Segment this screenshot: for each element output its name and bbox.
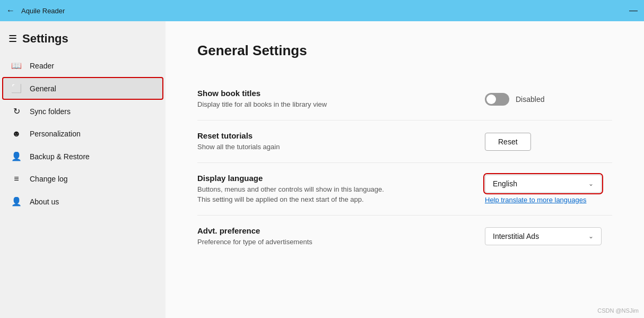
dropdown-control: Interstitial Ads ⌄ [485,227,612,245]
button-control: Reset [485,133,612,151]
language-dropdown-value: English [493,179,517,188]
language-dropdown[interactable]: English ⌄ [485,175,602,193]
toggle-control: Disabled [485,93,612,106]
sidebar-item-label: Backup & Restore [30,152,90,161]
personalization-icon: ☻ [11,129,22,139]
settings-row-advt-preference: Advt. preference Preference for type of … [197,216,612,257]
reset-tutorials-button[interactable]: Reset [485,133,531,151]
settings-left: Reset tutorials Show all the tutorials a… [197,131,474,152]
general-icon: ⬜ [11,83,22,93]
title-bar: ← Aquile Reader — [0,0,644,21]
sidebar-item-label: Personalization [30,130,81,138]
settings-row-display-language: Display language Buttons, menus and othe… [197,163,612,215]
setting-label: Display language [197,174,474,183]
sidebar-item-label: General [30,84,56,93]
advt-dropdown-value: Interstitial Ads [493,232,539,240]
sidebar-item-general[interactable]: ⬜ General [2,77,163,100]
sidebar-item-change-log[interactable]: ≡ Change log [2,168,163,190]
settings-left: Show book titles Display title for all b… [197,89,474,109]
sync-icon: ↻ [11,106,22,116]
back-button[interactable]: ← [6,6,15,15]
settings-row-reset-tutorials: Reset tutorials Show all the tutorials a… [197,121,612,163]
sidebar-item-sync-folders[interactable]: ↻ Sync folders [2,100,163,123]
setting-description: Buttons, menus and other controls will s… [197,185,474,204]
backup-icon: 👤 [11,151,22,161]
setting-label: Advt. preference [197,226,474,235]
settings-row-show-book-titles: Show book titles Display title for all b… [197,78,612,121]
hamburger-icon[interactable]: ☰ [8,33,17,45]
app-title: Aquile Reader [21,7,65,15]
advt-dropdown[interactable]: Interstitial Ads ⌄ [485,227,602,245]
changelog-icon: ≡ [11,174,22,184]
watermark: CSDN @NSJim [597,307,639,314]
chevron-down-icon: ⌄ [588,180,594,187]
sidebar-item-reader[interactable]: 📖 Reader [2,54,163,77]
settings-left: Display language Buttons, menus and othe… [197,174,474,204]
toggle-wrapper: Disabled [485,93,544,106]
show-book-titles-toggle[interactable] [485,93,509,106]
sidebar-item-label: Sync folders [30,107,71,116]
reader-icon: 📖 [11,61,22,71]
setting-description: Preference for type of advertisements [197,237,474,247]
setting-description: Display title for all books in the libra… [197,100,474,109]
dropdown-control: English ⌄ Help translate to more languag… [485,175,612,204]
main-layout: ☰ Settings 📖 Reader ⬜ General ↻ Sync fol… [0,21,644,318]
about-icon: 👤 [11,196,22,207]
toggle-knob [486,94,496,104]
setting-label: Show book titles [197,89,474,98]
sidebar-item-backup-restore[interactable]: 👤 Backup & Restore [2,145,163,168]
sidebar-item-personalization[interactable]: ☻ Personalization [2,123,163,145]
sidebar: ☰ Settings 📖 Reader ⬜ General ↻ Sync fol… [0,21,166,318]
settings-left: Advt. preference Preference for type of … [197,226,474,247]
sidebar-item-label: Change log [30,175,68,183]
sidebar-item-label: Reader [30,62,54,70]
toggle-label: Disabled [516,95,544,104]
sidebar-item-about-us[interactable]: 👤 About us [2,190,163,213]
page-title: General Settings [197,42,612,59]
chevron-down-icon: ⌄ [588,233,594,240]
sidebar-item-label: About us [30,197,59,206]
setting-description: Show all the tutorials again [197,142,474,152]
help-translate-link[interactable]: Help translate to more languages [485,196,587,204]
content-area: General Settings Show book titles Displa… [166,21,644,318]
sidebar-title: Settings [22,32,68,46]
sidebar-header: ☰ Settings [0,27,166,54]
setting-label: Reset tutorials [197,131,474,140]
minimize-button[interactable]: — [629,6,638,15]
